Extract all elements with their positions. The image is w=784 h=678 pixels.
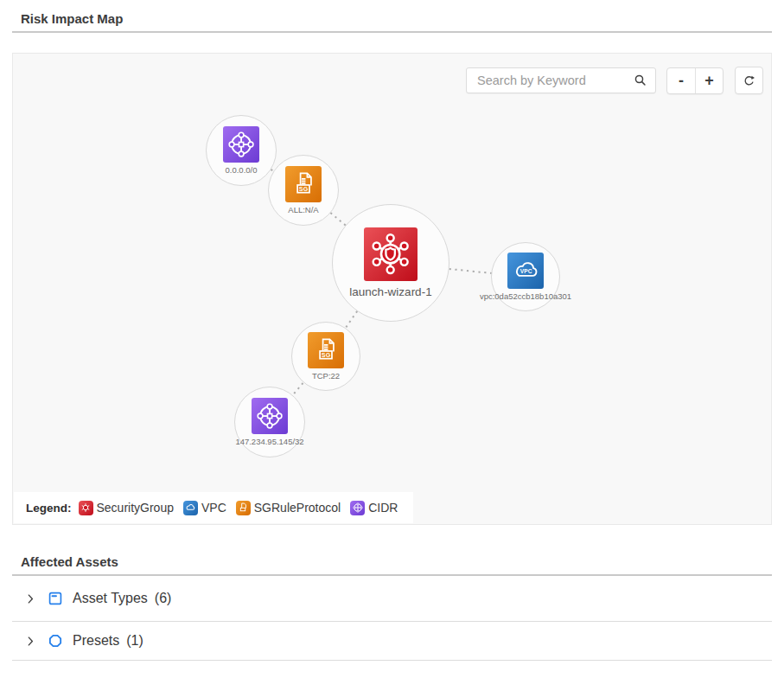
node-label: ALL:N/A	[288, 205, 318, 214]
node-label: 0.0.0.0/0	[226, 165, 258, 175]
graph-node-cidr-any[interactable]: 0.0.0.0/0	[206, 115, 277, 186]
chevron-right-icon	[24, 635, 37, 648]
legend-item-label: VPC	[201, 501, 226, 515]
sg-rule-icon: SG	[308, 332, 344, 368]
node-label: 147.234.95.145/32	[235, 437, 303, 446]
refresh-icon	[742, 74, 756, 88]
legend-item-label: SecurityGroup	[97, 501, 174, 515]
sg-icon-text: SG	[322, 351, 331, 359]
risk-map-canvas[interactable]: 0.0.0.0/0 SG ALL:N/A	[12, 53, 772, 525]
header-divider	[12, 31, 772, 33]
asset-row-asset-types[interactable]: Asset Types (6)	[12, 576, 772, 622]
sg-icon-text: SG	[299, 185, 309, 193]
zoom-controls: - +	[666, 67, 723, 94]
sg-rule-icon: SG	[285, 166, 322, 202]
graph-node-sgrule-all[interactable]: SG ALL:N/A	[268, 155, 339, 226]
asset-row-label: Asset Types	[73, 591, 148, 606]
graph-node-security-group[interactable]: launch-wizard-1	[332, 204, 449, 322]
asset-row-presets[interactable]: Presets (1)	[12, 622, 772, 661]
node-label: TCP:22	[312, 371, 340, 381]
sg-rule-icon	[236, 501, 251, 515]
cidr-icon	[252, 398, 288, 434]
legend-item-cidr: CIDR	[350, 501, 398, 515]
cidr-icon	[223, 126, 259, 163]
refresh-button[interactable]	[735, 67, 763, 94]
search-box	[466, 67, 656, 93]
legend-item-label: SGRuleProtocol	[254, 501, 341, 515]
map-legend: Legend: SecurityGroup VP	[14, 492, 413, 523]
security-group-icon	[364, 227, 417, 281]
chevron-right-icon	[24, 592, 37, 605]
node-label: launch-wizard-1	[349, 285, 431, 298]
search-input[interactable]	[477, 74, 633, 87]
graph-node-sgrule-tcp22[interactable]: SG TCP:22	[291, 322, 360, 391]
graph-node-vpc[interactable]: VPC vpc:0da52ccb18b10a301	[491, 242, 560, 311]
vpc-icon: VPC	[507, 253, 544, 289]
zoom-out-button[interactable]: -	[667, 68, 695, 93]
legend-item-sg-rule-protocol: SGRuleProtocol	[236, 501, 341, 515]
search-icon[interactable]	[633, 73, 648, 88]
affected-assets-title: Affected Assets	[0, 554, 784, 569]
vpc-icon-text: VPC	[520, 268, 532, 274]
legend-item-label: CIDR	[368, 501, 398, 515]
affected-assets-header: Affected Assets	[0, 554, 784, 576]
vpc-icon	[183, 501, 198, 515]
legend-item-vpc: VPC	[183, 501, 226, 515]
legend-label: Legend:	[26, 502, 72, 515]
cidr-icon	[350, 501, 365, 515]
node-label: vpc:0da52ccb18b10a301	[480, 291, 571, 301]
security-group-icon	[79, 501, 93, 515]
asset-row-count: (1)	[126, 633, 143, 649]
page-header: Risk Impact Map	[0, 0, 784, 33]
graph-node-cidr-ip[interactable]: 147.234.95.145/32	[234, 387, 305, 457]
map-toolbar: - +	[466, 67, 763, 94]
page-title: Risk Impact Map	[0, 11, 784, 26]
asset-row-count: (6)	[155, 591, 172, 606]
presets-icon	[47, 632, 64, 649]
legend-item-security-group: SecurityGroup	[79, 501, 174, 515]
asset-types-icon	[47, 590, 64, 607]
asset-row-label: Presets	[73, 633, 119, 649]
zoom-in-button[interactable]: +	[695, 68, 723, 93]
